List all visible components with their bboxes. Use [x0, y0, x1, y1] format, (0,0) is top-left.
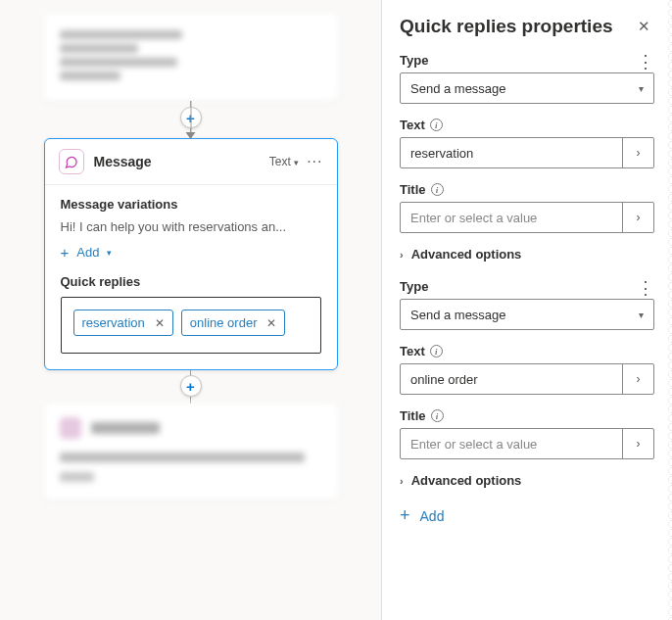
title-input-placeholder: Enter or select a value	[401, 211, 622, 225]
chip-remove-icon[interactable]: ✕	[266, 316, 276, 330]
type-select[interactable]: Send a message ▾	[400, 299, 654, 330]
chevron-right-icon: ›	[400, 249, 404, 261]
chevron-down-icon: ▾	[107, 248, 112, 258]
message-node-header: Message Text ▾ ···	[45, 139, 337, 185]
title-input[interactable]: Enter or select a value ›	[400, 428, 654, 459]
quick-replies-box[interactable]: reservation ✕ online order ✕	[61, 297, 321, 354]
info-icon[interactable]: i	[431, 183, 444, 196]
add-node-button[interactable]: +	[180, 375, 202, 397]
chip-remove-icon[interactable]: ✕	[155, 316, 165, 330]
advanced-options-toggle[interactable]: › Advanced options	[400, 247, 654, 262]
chevron-down-icon: ▾	[639, 83, 644, 94]
text-input[interactable]: online order ›	[400, 363, 654, 395]
chip-label: online order	[190, 315, 258, 330]
info-icon[interactable]: i	[430, 119, 443, 131]
text-input-value: online order	[401, 372, 622, 387]
title-label: Title	[400, 182, 426, 197]
input-picker-button[interactable]: ›	[622, 364, 653, 394]
info-icon[interactable]: i	[431, 409, 444, 422]
message-node-more-button[interactable]: ···	[307, 153, 322, 170]
close-panel-button[interactable]: ✕	[634, 14, 654, 39]
input-picker-button[interactable]: ›	[622, 429, 653, 458]
chip-label: reservation	[82, 315, 145, 330]
reply-more-button[interactable]: ⋮	[633, 277, 658, 299]
chevron-down-icon: ▾	[294, 158, 299, 167]
input-picker-button[interactable]: ›	[622, 138, 653, 167]
message-icon	[59, 149, 84, 174]
title-label: Title	[400, 408, 426, 423]
advanced-options-toggle[interactable]: › Advanced options	[400, 473, 654, 488]
panel-title: Quick replies properties	[400, 16, 613, 37]
quick-reply-chip[interactable]: online order ✕	[181, 310, 286, 336]
message-mode-dropdown[interactable]: Text ▾	[269, 155, 299, 168]
blurred-node-bottom	[44, 404, 338, 500]
plus-icon: +	[61, 244, 70, 261]
type-select-value: Send a message	[410, 81, 506, 96]
advanced-options-label: Advanced options	[411, 247, 522, 262]
title-input[interactable]: Enter or select a value ›	[400, 202, 654, 233]
add-quick-reply-button[interactable]: + Add	[400, 505, 654, 526]
message-variations-label: Message variations	[61, 197, 321, 212]
type-select-value: Send a message	[410, 308, 506, 322]
add-variation-button[interactable]: + Add ▾	[61, 244, 321, 261]
input-picker-button[interactable]: ›	[622, 203, 653, 232]
chevron-down-icon: ▾	[639, 310, 644, 320]
advanced-options-label: Advanced options	[411, 473, 522, 488]
add-quick-reply-label: Add	[420, 508, 445, 524]
message-variation-preview[interactable]: Hi! I can help you with reservations an.…	[61, 219, 321, 234]
title-input-placeholder: Enter or select a value	[401, 437, 622, 452]
type-select[interactable]: Send a message ▾	[400, 72, 654, 104]
authoring-canvas: + Message Text ▾ ··· Message variations …	[0, 0, 382, 620]
text-input[interactable]: reservation ›	[400, 137, 654, 168]
quick-replies-label: Quick replies	[61, 274, 321, 289]
type-label: Type	[400, 279, 654, 294]
type-label: Type	[400, 53, 654, 68]
quick-reply-chip[interactable]: reservation ✕	[73, 310, 173, 336]
info-icon[interactable]: i	[430, 345, 443, 358]
properties-panel: Quick replies properties ✕ Type ⋮ Send a…	[382, 0, 672, 620]
add-variation-label: Add	[76, 245, 99, 260]
text-input-value: reservation	[401, 146, 622, 161]
message-node[interactable]: Message Text ▾ ··· Message variations Hi…	[44, 138, 338, 370]
text-label: Text	[400, 118, 425, 132]
plus-icon: +	[400, 505, 410, 526]
message-node-title: Message	[94, 154, 260, 169]
reply-more-button[interactable]: ⋮	[633, 51, 658, 72]
blurred-node-top	[44, 14, 338, 101]
chevron-right-icon: ›	[400, 475, 404, 487]
text-label: Text	[400, 344, 425, 358]
